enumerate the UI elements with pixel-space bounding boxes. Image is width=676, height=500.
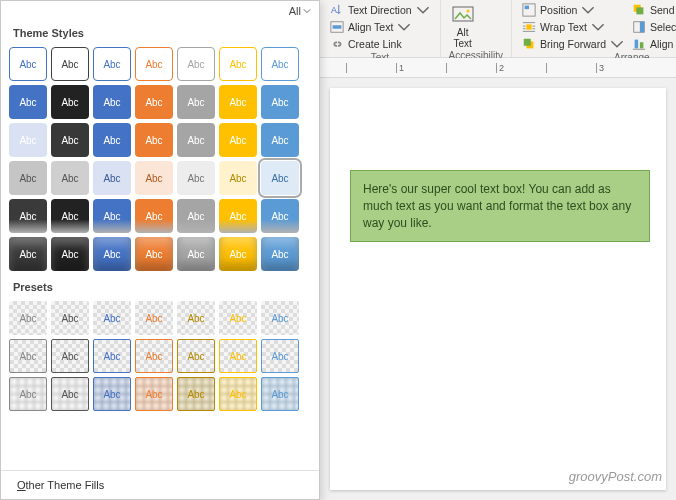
selection-pane-label: Selection Pane xyxy=(650,21,676,33)
preset-swatch[interactable]: Abc xyxy=(51,339,89,373)
other-theme-fills-label: Other Theme Fills xyxy=(17,479,104,491)
theme-style-swatch[interactable]: Abc xyxy=(177,85,215,119)
theme-style-swatch[interactable]: Abc xyxy=(219,85,257,119)
preset-swatch[interactable]: Abc xyxy=(219,377,257,411)
wrap-text-button[interactable]: Wrap Text xyxy=(520,19,626,35)
preset-swatch[interactable]: Abc xyxy=(51,377,89,411)
theme-style-swatch[interactable]: Abc xyxy=(135,199,173,233)
align-text-button[interactable]: Align Text xyxy=(328,19,432,35)
preset-swatch[interactable]: Abc xyxy=(9,339,47,373)
preset-swatch[interactable]: Abc xyxy=(9,301,47,335)
theme-style-swatch[interactable]: Abc xyxy=(51,47,89,81)
theme-style-swatch[interactable]: Abc xyxy=(219,47,257,81)
send-backward-button[interactable]: Send Backward xyxy=(630,2,676,18)
theme-style-swatch[interactable]: Abc xyxy=(93,47,131,81)
preset-swatch[interactable]: Abc xyxy=(261,301,299,335)
alt-text-button[interactable]: Alt Text xyxy=(449,2,477,50)
preset-swatch[interactable]: Abc xyxy=(135,377,173,411)
document-area[interactable]: Here's our super cool text box! You can … xyxy=(320,78,676,500)
theme-style-swatch[interactable]: Abc xyxy=(261,237,299,271)
theme-style-swatch[interactable]: Abc xyxy=(9,237,47,271)
theme-style-swatch[interactable]: Abc xyxy=(51,237,89,271)
preset-swatch[interactable]: Abc xyxy=(51,301,89,335)
preset-swatch[interactable]: Abc xyxy=(177,377,215,411)
wrap-text-label: Wrap Text xyxy=(540,21,587,33)
link-icon xyxy=(330,37,344,51)
theme-style-swatch[interactable]: Abc xyxy=(93,161,131,195)
theme-style-swatch[interactable]: Abc xyxy=(219,123,257,157)
preset-swatch[interactable]: Abc xyxy=(135,301,173,335)
svg-rect-2 xyxy=(333,25,342,29)
bring-forward-button[interactable]: Bring Forward xyxy=(520,36,626,52)
theme-style-swatch[interactable]: Abc xyxy=(93,123,131,157)
theme-style-swatch[interactable]: Abc xyxy=(9,199,47,233)
theme-style-swatch[interactable]: Abc xyxy=(51,199,89,233)
theme-style-swatch[interactable]: Abc xyxy=(135,47,173,81)
position-label: Position xyxy=(540,4,577,16)
position-icon xyxy=(522,3,536,17)
theme-style-swatch[interactable]: Abc xyxy=(93,237,131,271)
horizontal-ruler[interactable]: 1 2 3 xyxy=(320,58,676,78)
theme-style-swatch[interactable]: Abc xyxy=(219,199,257,233)
preset-swatch[interactable]: Abc xyxy=(9,377,47,411)
preset-swatch[interactable]: Abc xyxy=(93,377,131,411)
theme-style-swatch[interactable]: Abc xyxy=(51,161,89,195)
ruler-mark: 1 xyxy=(396,63,444,73)
theme-style-swatch[interactable]: Abc xyxy=(219,161,257,195)
theme-style-swatch[interactable]: Abc xyxy=(177,161,215,195)
text-direction-button[interactable]: A Text Direction xyxy=(328,2,432,18)
other-theme-fills-item[interactable]: Other Theme Fills xyxy=(1,470,319,499)
preset-swatch[interactable]: Abc xyxy=(93,339,131,373)
shape-styles-dropdown: All Theme Styles AbcAbcAbcAbcAbcAbcAbcAb… xyxy=(0,0,320,500)
theme-style-swatch[interactable]: Abc xyxy=(219,237,257,271)
theme-style-swatch[interactable]: Abc xyxy=(261,85,299,119)
preset-swatch[interactable]: Abc xyxy=(261,339,299,373)
create-link-button[interactable]: Create Link xyxy=(328,36,432,52)
theme-style-swatch[interactable]: Abc xyxy=(9,123,47,157)
theme-style-swatch[interactable]: Abc xyxy=(9,85,47,119)
bring-forward-icon xyxy=(522,37,536,51)
theme-style-swatch[interactable]: Abc xyxy=(177,199,215,233)
theme-style-swatch[interactable]: Abc xyxy=(261,161,299,195)
svg-rect-13 xyxy=(640,22,644,33)
chevron-down-icon xyxy=(581,3,595,17)
theme-style-swatch[interactable]: Abc xyxy=(93,85,131,119)
send-backward-icon xyxy=(632,3,646,17)
page[interactable]: Here's our super cool text box! You can … xyxy=(330,88,666,490)
alt-text-label: Alt Text xyxy=(453,27,471,49)
theme-style-swatch[interactable]: Abc xyxy=(9,161,47,195)
theme-style-swatch[interactable]: Abc xyxy=(51,123,89,157)
preset-swatch[interactable]: Abc xyxy=(261,377,299,411)
position-button[interactable]: Position xyxy=(520,2,626,18)
alt-text-icon xyxy=(451,3,475,27)
theme-style-swatch[interactable]: Abc xyxy=(93,199,131,233)
chevron-down-icon xyxy=(397,20,411,34)
all-filter-dropdown[interactable]: All xyxy=(285,3,315,19)
theme-style-swatch[interactable]: Abc xyxy=(177,237,215,271)
preset-swatch[interactable]: Abc xyxy=(93,301,131,335)
theme-styles-grid: AbcAbcAbcAbcAbcAbcAbcAbcAbcAbcAbcAbcAbcA… xyxy=(1,43,319,275)
theme-style-swatch[interactable]: Abc xyxy=(9,47,47,81)
preset-swatch[interactable]: Abc xyxy=(177,339,215,373)
selection-pane-button[interactable]: Selection Pane xyxy=(630,19,676,35)
preset-swatch[interactable]: Abc xyxy=(135,339,173,373)
text-box[interactable]: Here's our super cool text box! You can … xyxy=(350,170,650,242)
theme-style-swatch[interactable]: Abc xyxy=(135,85,173,119)
theme-style-swatch[interactable]: Abc xyxy=(177,47,215,81)
ruler-mark: 2 xyxy=(496,63,544,73)
theme-style-swatch[interactable]: Abc xyxy=(135,237,173,271)
theme-style-swatch[interactable]: Abc xyxy=(51,85,89,119)
theme-style-swatch[interactable]: Abc xyxy=(135,123,173,157)
align-button[interactable]: Align xyxy=(630,36,676,52)
theme-style-swatch[interactable]: Abc xyxy=(177,123,215,157)
theme-style-swatch[interactable]: Abc xyxy=(135,161,173,195)
theme-style-swatch[interactable]: Abc xyxy=(261,47,299,81)
svg-rect-11 xyxy=(636,7,643,14)
text-direction-icon: A xyxy=(330,3,344,17)
preset-swatch[interactable]: Abc xyxy=(177,301,215,335)
ribbon: A Text Direction Align Text Create Link … xyxy=(320,0,676,58)
preset-swatch[interactable]: Abc xyxy=(219,339,257,373)
preset-swatch[interactable]: Abc xyxy=(219,301,257,335)
theme-style-swatch[interactable]: Abc xyxy=(261,199,299,233)
theme-style-swatch[interactable]: Abc xyxy=(261,123,299,157)
